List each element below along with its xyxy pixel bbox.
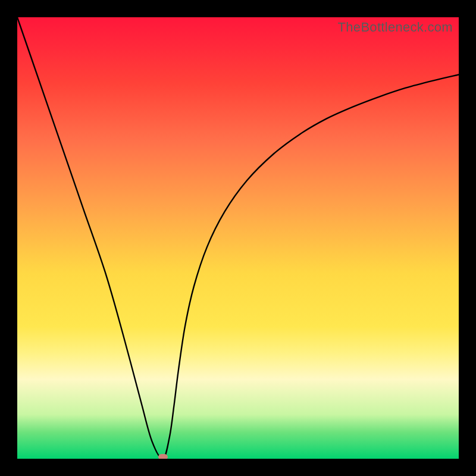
- watermark-label: TheBottleneck.com: [338, 20, 453, 35]
- curve-minimum-marker: [158, 454, 168, 459]
- bottleneck-curve: [17, 17, 459, 459]
- chart-plot-area: TheBottleneck.com: [17, 17, 459, 459]
